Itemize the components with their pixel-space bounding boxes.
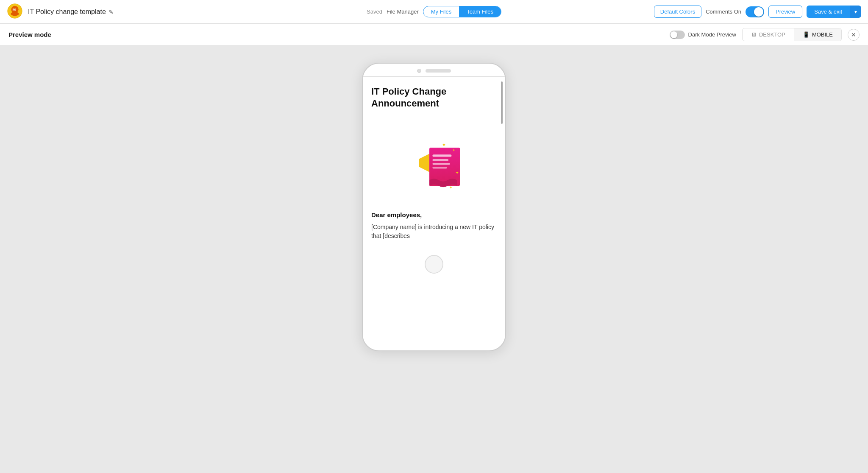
phone-body: IT Policy Change Announcement — [363, 77, 505, 249]
files-toggle-group: My Files Team Files — [423, 6, 501, 17]
svg-rect-8 — [432, 163, 450, 165]
dark-mode-switch[interactable] — [670, 31, 685, 39]
save-exit-button[interactable]: Save & exit — [807, 6, 850, 18]
svg-rect-9 — [432, 167, 447, 169]
phone-home-button[interactable] — [425, 255, 443, 274]
topbar: M IT Policy change template ✎ Saved File… — [0, 0, 868, 24]
phone-email-content[interactable]: IT Policy Change Announcement — [363, 76, 505, 249]
email-body-text: [Company name] is introducing a new IT p… — [371, 223, 497, 241]
dark-mode-label: Dark Mode Preview — [688, 31, 736, 38]
app-logo: M — [7, 3, 23, 21]
saved-label: Saved — [367, 8, 382, 15]
view-toggle-group: 🖥 DESKTOP 📱 MOBILE — [742, 28, 842, 41]
email-greeting: Dear employees, — [371, 211, 497, 218]
default-colors-button[interactable]: Default Colors — [654, 6, 701, 18]
edit-icon[interactable]: ✎ — [108, 8, 114, 15]
mobile-icon: 📱 — [803, 31, 810, 38]
email-illustration: ✦ ✦ ✦ ✦ — [371, 125, 497, 201]
phone-bottom — [363, 249, 505, 280]
preview-mode-label: Preview mode — [8, 31, 51, 38]
document-title: IT Policy change template ✎ — [28, 8, 114, 16]
svg-rect-6 — [432, 154, 451, 157]
svg-text:✦: ✦ — [455, 170, 459, 175]
desktop-icon: 🖥 — [751, 31, 757, 38]
close-preview-button[interactable]: ✕ — [848, 29, 860, 41]
preview-canvas: IT Policy Change Announcement — [0, 46, 868, 473]
comments-toggle[interactable] — [746, 6, 764, 17]
svg-point-2 — [11, 11, 19, 16]
email-title: IT Policy Change Announcement — [371, 86, 497, 109]
team-files-button[interactable]: Team Files — [459, 6, 501, 17]
policy-illustration: ✦ ✦ ✦ ✦ — [396, 125, 472, 201]
phone-camera — [417, 69, 421, 73]
mobile-view-button[interactable]: 📱 MOBILE — [794, 28, 841, 41]
email-divider — [371, 116, 497, 116]
save-exit-dropdown-button[interactable]: ▾ — [850, 6, 861, 18]
svg-rect-7 — [432, 159, 448, 161]
file-manager-label: File Manager — [387, 8, 419, 15]
my-files-button[interactable]: My Files — [423, 6, 459, 17]
preview-button[interactable]: Preview — [768, 6, 802, 18]
svg-text:✦: ✦ — [449, 185, 453, 190]
svg-text:✦: ✦ — [452, 148, 456, 152]
save-exit-group: Save & exit ▾ — [807, 6, 861, 18]
preview-bar: Preview mode Dark Mode Preview 🖥 DESKTOP… — [0, 24, 868, 46]
preview-bar-right: Dark Mode Preview 🖥 DESKTOP 📱 MOBILE ✕ — [670, 28, 860, 41]
svg-text:M: M — [12, 7, 16, 12]
desktop-view-button[interactable]: 🖥 DESKTOP — [743, 28, 794, 41]
topbar-right: Default Colors Comments On Preview Save … — [654, 6, 861, 18]
phone-top-bar — [363, 64, 505, 76]
topbar-center: Saved File Manager My Files Team Files — [367, 6, 501, 17]
phone-mockup: IT Policy Change Announcement — [362, 63, 506, 351]
comments-on-label: Comments On — [706, 8, 741, 15]
dark-mode-toggle: Dark Mode Preview — [670, 31, 736, 39]
phone-speaker — [426, 69, 451, 73]
svg-text:✦: ✦ — [442, 142, 446, 148]
